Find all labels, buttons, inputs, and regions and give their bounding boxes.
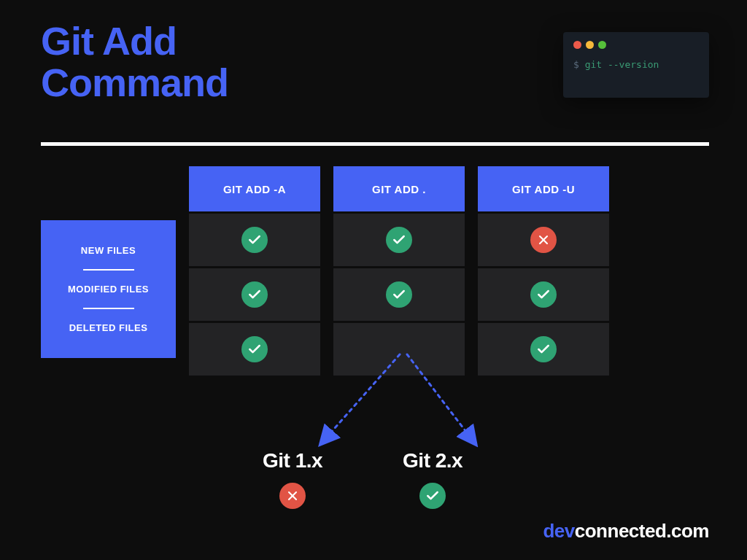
check-icon — [386, 227, 412, 253]
column-header: GIT ADD -A — [189, 166, 320, 211]
table-cell — [478, 214, 609, 266]
version-label: Git 1.x — [263, 449, 322, 472]
row-label-deleted-files: DELETED FILES — [69, 315, 148, 341]
check-icon — [386, 281, 412, 308]
version-branch-targets: Git 1.x Git 2.x — [263, 449, 462, 509]
column-header: GIT ADD . — [333, 166, 465, 211]
row-label-modified-files: MODIFIED FILES — [68, 276, 149, 302]
comparison-table: NEW FILES MODIFIED FILES DELETED FILES G… — [41, 166, 609, 376]
footer-accent: dev — [543, 520, 574, 542]
check-icon — [530, 281, 557, 308]
column-header: GIT ADD -U — [478, 166, 609, 211]
branch-target-git-2x: Git 2.x — [403, 449, 462, 509]
table-cell — [189, 268, 320, 321]
check-icon — [241, 281, 268, 308]
branch-target-git-1x: Git 1.x — [263, 449, 322, 509]
terminal-prompt: $ — [573, 59, 585, 70]
close-icon — [573, 41, 581, 49]
minimize-icon — [586, 41, 594, 49]
maximize-icon — [598, 41, 606, 49]
check-icon — [419, 483, 446, 509]
label-divider — [83, 308, 134, 309]
terminal-window: $ git --version — [563, 32, 709, 98]
column-git-add-a: GIT ADD -A — [189, 166, 320, 376]
table-cell — [333, 268, 465, 321]
footer-rest: connected.com — [575, 520, 709, 542]
terminal-traffic-lights — [573, 41, 699, 49]
table-cell — [478, 268, 609, 321]
version-label: Git 2.x — [403, 449, 462, 472]
table-cell — [189, 214, 320, 266]
page-title: Git Add Command — [41, 20, 228, 103]
check-icon — [530, 336, 557, 362]
terminal-command: git --version — [585, 59, 659, 70]
check-icon — [241, 336, 268, 362]
cross-icon — [530, 227, 557, 253]
row-label-new-files: NEW FILES — [81, 238, 136, 263]
title-line-2: Command — [41, 61, 228, 104]
cross-icon — [279, 483, 306, 509]
check-icon — [241, 227, 268, 253]
table-cell — [333, 214, 465, 266]
header-divider — [41, 142, 709, 146]
table-cell — [189, 323, 320, 376]
title-line-1: Git Add — [41, 19, 177, 63]
column-git-add-u: GIT ADD -U — [478, 166, 609, 376]
terminal-command-line: $ git --version — [573, 59, 699, 70]
label-divider — [83, 269, 134, 271]
table-cell — [478, 323, 609, 376]
footer-attribution: devconnected.com — [543, 520, 709, 542]
row-labels-column: NEW FILES MODIFIED FILES DELETED FILES — [41, 166, 176, 376]
table-cell-branch-origin — [333, 323, 465, 376]
column-git-add-dot: GIT ADD . — [333, 166, 465, 376]
row-labels-box: NEW FILES MODIFIED FILES DELETED FILES — [41, 220, 176, 358]
